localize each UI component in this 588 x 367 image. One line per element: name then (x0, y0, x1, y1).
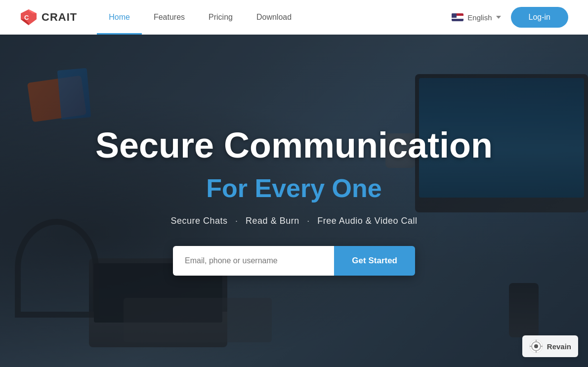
feature-sep-2: · (307, 216, 310, 226)
get-started-button[interactable]: Get Started (334, 246, 415, 276)
login-button[interactable]: Log-in (511, 7, 568, 28)
navbar: C CRAIT Home Features Pricing Download E… (0, 0, 588, 35)
hero-title: Secure Communication (95, 126, 493, 165)
logo-label: CRAIT (42, 11, 77, 24)
feature-2: Read & Burn (246, 216, 299, 226)
hero-cta: Get Started (173, 246, 415, 276)
nav-link-pricing[interactable]: Pricing (197, 0, 245, 35)
nav-link-features[interactable]: Features (142, 0, 197, 35)
feature-sep-1: · (235, 216, 238, 226)
revain-icon (529, 339, 543, 353)
feature-1: Secure Chats (170, 216, 227, 226)
svg-text:C: C (24, 14, 29, 21)
nav-link-download[interactable]: Download (245, 0, 303, 35)
hero-content: Secure Communication For Every One Secur… (0, 35, 588, 367)
chevron-down-icon (496, 16, 501, 19)
revain-badge[interactable]: Revain (522, 335, 578, 357)
hero-subtitle: For Every One (206, 173, 381, 204)
signup-input[interactable] (173, 246, 334, 276)
navbar-left: C CRAIT Home Features Pricing Download (20, 0, 303, 35)
language-selector[interactable]: English (452, 13, 501, 22)
logo-icon: C (20, 8, 38, 26)
nav-link-home[interactable]: Home (97, 0, 142, 35)
language-label: English (467, 13, 492, 22)
hero-features: Secure Chats · Read & Burn · Free Audio … (170, 216, 417, 226)
nav-links: Home Features Pricing Download (97, 0, 303, 35)
svg-point-6 (534, 344, 538, 348)
logo[interactable]: C CRAIT (20, 8, 77, 26)
revain-label: Revain (547, 342, 571, 351)
feature-3: Free Audio & Video Call (317, 216, 417, 226)
flag-us-icon (452, 13, 463, 21)
hero-section: Secure Communication For Every One Secur… (0, 35, 588, 367)
navbar-right: English Log-in (452, 7, 568, 28)
